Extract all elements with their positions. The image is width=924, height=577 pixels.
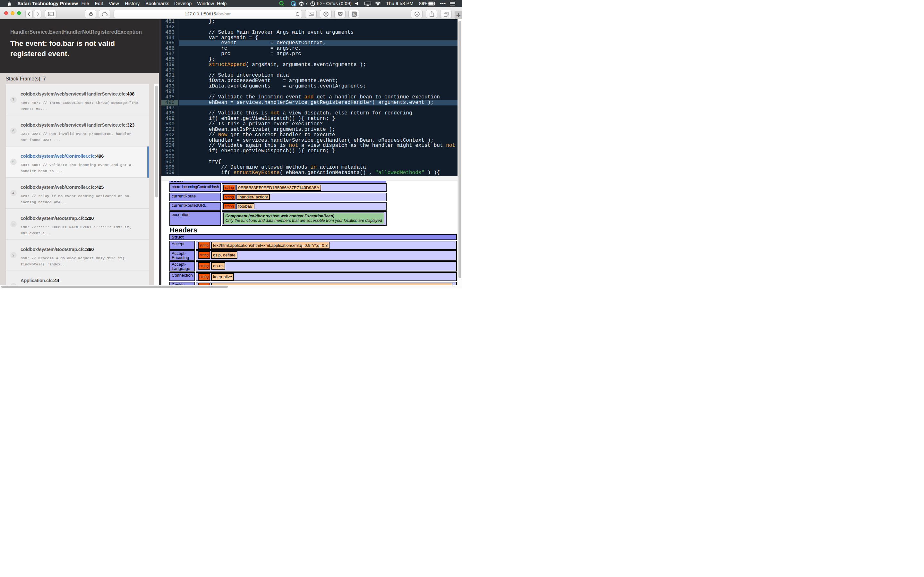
- svg-text:a: a: [353, 12, 355, 16]
- svg-text:BCX: BCX: [283, 5, 285, 6]
